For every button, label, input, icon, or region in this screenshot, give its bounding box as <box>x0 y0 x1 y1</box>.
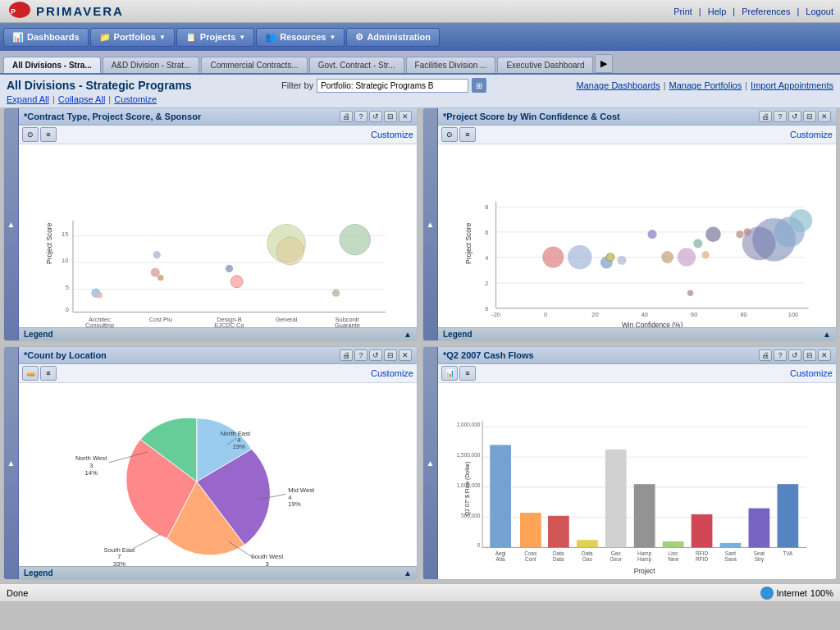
svg-rect-110 <box>634 484 655 547</box>
help-link[interactable]: Help <box>708 7 727 16</box>
widget-count-help-btn[interactable]: ? <box>354 349 368 361</box>
tab-executive[interactable]: Executive Dashboard <box>497 57 593 73</box>
widget-count-close-btn[interactable]: ✕ <box>399 349 412 361</box>
tab-commercial[interactable]: Commercial Contracts... <box>201 57 307 73</box>
widget-count-settings-btn[interactable]: ⊟ <box>384 349 397 361</box>
widget-project-footer-collapse-icon[interactable]: ▲ <box>823 330 831 339</box>
widget-cash-customize-link[interactable]: Customize <box>790 368 833 378</box>
widget-project-collapse-btn[interactable]: ▲ <box>423 108 438 340</box>
projects-arrow-icon: ▼ <box>239 34 245 41</box>
widget-cash-print-btn[interactable]: 🖨 <box>759 349 772 361</box>
nav-portfolios[interactable]: 📁 Portfolios ▼ <box>90 28 175 47</box>
print-link[interactable]: Print <box>673 7 692 16</box>
internet-icon: 🌐 <box>760 587 774 600</box>
resources-label: Resources <box>280 32 326 42</box>
nav-resources[interactable]: 👥 Resources ▼ <box>256 28 345 47</box>
widget-project-settings-btn[interactable]: ⊟ <box>803 111 816 122</box>
widget-project-legend-btn[interactable]: Legend <box>443 330 472 339</box>
svg-point-56 <box>617 256 626 265</box>
widget-project-customize-link[interactable]: Customize <box>790 130 833 139</box>
import-appointments-link[interactable]: Import Appointments <box>751 80 833 90</box>
nav-dashboards[interactable]: 📊 Dashboards <box>3 28 89 47</box>
widget-cash-collapse-btn[interactable]: ▲ <box>423 347 438 579</box>
widget-count-customize-link[interactable]: Customize <box>371 368 413 378</box>
nav-administration[interactable]: ⚙ Administration <box>346 28 440 47</box>
widget-contract-close-btn[interactable]: ✕ <box>399 111 412 122</box>
svg-rect-111 <box>663 541 684 547</box>
svg-rect-105 <box>490 445 511 547</box>
svg-text:New: New <box>668 556 678 562</box>
widget-count-collapse-btn[interactable]: ▲ <box>4 347 19 579</box>
svg-text:Data: Data <box>553 556 564 562</box>
filter-label: Filter by <box>281 80 313 90</box>
tab-more-button[interactable]: ▶ <box>595 54 613 73</box>
widget-count-print-btn[interactable]: 🖨 <box>340 349 353 361</box>
customize-link[interactable]: Customize <box>114 94 157 104</box>
dashboards-label: Dashboards <box>27 32 80 42</box>
widget-project-chart-view-btn[interactable]: ⊙ <box>441 127 458 142</box>
widget-count-legend-btn[interactable]: Legend <box>24 568 53 578</box>
svg-text:Gas: Gas <box>611 550 621 556</box>
collapse-all-link[interactable]: Collapse All <box>58 94 105 104</box>
svg-text:Gas: Gas <box>582 556 592 562</box>
widget-project-help-btn[interactable]: ? <box>774 111 787 122</box>
widget-project-close-btn[interactable]: ✕ <box>818 111 831 122</box>
widget-contract-table-view-btn[interactable]: ≡ <box>40 127 57 142</box>
svg-text:8: 8 <box>485 203 488 211</box>
widget-cash-help-btn[interactable]: ? <box>774 349 787 361</box>
svg-rect-109 <box>605 450 627 548</box>
widget-contract-toolbar: ⊙ ≡ Customize <box>19 126 417 144</box>
svg-text:3: 3 <box>265 560 268 566</box>
manage-dashboards-link[interactable]: Manage Dashboards <box>577 80 660 90</box>
svg-text:Geor: Geor <box>610 556 623 562</box>
svg-rect-107 <box>548 516 569 548</box>
widget-cash-refresh-btn[interactable]: ↺ <box>788 349 801 361</box>
widget-cash-close-btn[interactable]: ✕ <box>818 349 831 361</box>
nav-projects[interactable]: 📋 Projects ▼ <box>176 28 254 47</box>
widget-cash-table-view-btn[interactable]: ≡ <box>459 366 476 381</box>
widget-project-refresh-btn[interactable]: ↺ <box>788 111 801 122</box>
tabs-bar: All Divisions - Stra... A&D Division - S… <box>0 51 840 75</box>
widget-contract-help-btn[interactable]: ? <box>354 111 368 122</box>
tab-all-divisions[interactable]: All Divisions - Stra... <box>3 57 101 73</box>
tab-facilities[interactable]: Facilities Division ... <box>406 57 496 73</box>
widget-count-refresh-btn[interactable]: ↺ <box>369 349 382 361</box>
top-bar: P PRIMAVERA Print | Help | Preferences |… <box>0 0 840 23</box>
manage-portfolios-link[interactable]: Manage Portfolios <box>669 80 742 90</box>
filter-icon[interactable]: ⊞ <box>472 78 486 93</box>
widget-count-footer-collapse-icon[interactable]: ▲ <box>404 568 412 578</box>
filter-area: Filter by ⊞ <box>281 78 486 93</box>
svg-point-69 <box>789 209 812 232</box>
widget-contract-collapse-btn[interactable]: ▲ <box>4 108 19 340</box>
svg-point-57 <box>606 253 614 261</box>
tab-ad-division[interactable]: A&D Division - Strat... <box>103 57 200 73</box>
svg-text:Atla: Atla <box>496 556 505 562</box>
tab-govt-contract[interactable]: Govt. Contract - Str... <box>309 57 404 73</box>
svg-text:Mid West: Mid West <box>288 486 315 494</box>
widget-project-print-btn[interactable]: 🖨 <box>759 111 772 122</box>
svg-text:0: 0 <box>477 542 481 548</box>
widget-contract-refresh-btn[interactable]: ↺ <box>369 111 382 122</box>
svg-point-22 <box>340 225 370 255</box>
dashboards-icon: 📊 <box>12 32 24 43</box>
widget-contract-footer: Legend ▲ <box>19 327 417 340</box>
widget-contract-settings-btn[interactable]: ⊟ <box>384 111 397 122</box>
widget-project-table-view-btn[interactable]: ≡ <box>459 127 476 142</box>
widget-contract-customize-link[interactable]: Customize <box>371 130 413 139</box>
svg-text:General: General <box>276 316 298 323</box>
widget-contract-legend-btn[interactable]: Legend <box>24 330 53 339</box>
widget-contract-chart-view-btn[interactable]: ⊙ <box>22 127 39 142</box>
logout-link[interactable]: Logout <box>806 7 833 16</box>
widget-cash-bar-view-btn[interactable]: 📊 <box>441 366 458 381</box>
top-nav-links: Print | Help | Preferences | Logout <box>673 7 833 16</box>
widget-contract-footer-collapse-icon[interactable]: ▲ <box>404 330 412 339</box>
widget-count-table-view-btn[interactable]: ≡ <box>40 366 57 381</box>
svg-point-70 <box>687 290 693 295</box>
widget-cash-settings-btn[interactable]: ⊟ <box>803 349 816 361</box>
expand-all-link[interactable]: Expand All <box>7 94 49 104</box>
filter-input[interactable] <box>317 79 468 93</box>
svg-point-59 <box>661 251 673 263</box>
widget-contract-print-btn[interactable]: 🖨 <box>340 111 353 122</box>
widget-count-pie-view-btn[interactable]: 🥧 <box>22 366 39 381</box>
preferences-link[interactable]: Preferences <box>742 7 790 16</box>
